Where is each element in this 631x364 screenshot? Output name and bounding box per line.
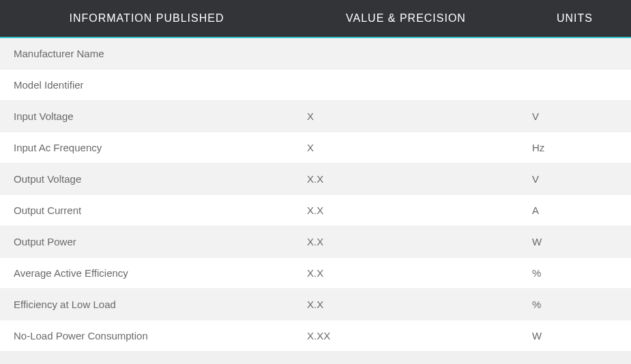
cell-units: % — [518, 289, 631, 320]
cell-info: No-Load Power Consumption — [0, 320, 293, 351]
spec-table: INFORMATION PUBLISHED VALUE & PRECISION … — [0, 0, 631, 352]
table-row: Model Identifier — [0, 70, 631, 101]
header-value: VALUE & PRECISION — [293, 0, 518, 37]
cell-info: Output Voltage — [0, 164, 293, 194]
table-header-row: INFORMATION PUBLISHED VALUE & PRECISION … — [0, 0, 631, 38]
cell-units: % — [518, 258, 631, 288]
header-units: UNITS — [518, 0, 631, 37]
cell-value: X.XX — [293, 320, 518, 351]
table-body: Manufacturer Name Model Identifier Input… — [0, 38, 631, 352]
cell-value: X — [293, 101, 518, 132]
cell-info: Input Voltage — [0, 101, 293, 132]
cell-units: V — [518, 164, 631, 194]
cell-info: Output Current — [0, 195, 293, 226]
cell-units — [518, 70, 631, 100]
cell-info: Manufacturer Name — [0, 38, 293, 69]
cell-info: Average Active Efficiency — [0, 258, 293, 288]
cell-units: Hz — [518, 132, 631, 163]
header-info: INFORMATION PUBLISHED — [0, 0, 293, 37]
cell-units: W — [518, 320, 631, 351]
table-row: Input Voltage X V — [0, 101, 631, 132]
cell-units: A — [518, 195, 631, 226]
table-row: Average Active Efficiency X.X % — [0, 258, 631, 289]
cell-info: Output Power — [0, 226, 293, 257]
cell-value: X.X — [293, 195, 518, 226]
table-row: Output Current X.X A — [0, 195, 631, 226]
cell-info: Input Ac Frequency — [0, 132, 293, 163]
cell-value: X.X — [293, 226, 518, 257]
cell-units: W — [518, 226, 631, 257]
cell-value: X.X — [293, 289, 518, 320]
table-row: No-Load Power Consumption X.XX W — [0, 320, 631, 352]
cell-value: X.X — [293, 164, 518, 194]
cell-value — [293, 38, 518, 69]
table-row: Efficiency at Low Load X.X % — [0, 289, 631, 320]
cell-info: Model Identifier — [0, 70, 293, 100]
cell-value — [293, 70, 518, 100]
cell-units — [518, 38, 631, 69]
cell-value: X — [293, 132, 518, 163]
table-row: Input Ac Frequency X Hz — [0, 132, 631, 164]
table-row: Output Power X.X W — [0, 226, 631, 258]
cell-value: X.X — [293, 258, 518, 288]
cell-units: V — [518, 101, 631, 132]
cell-info: Efficiency at Low Load — [0, 289, 293, 320]
table-row: Output Voltage X.X V — [0, 164, 631, 195]
table-row: Manufacturer Name — [0, 38, 631, 70]
